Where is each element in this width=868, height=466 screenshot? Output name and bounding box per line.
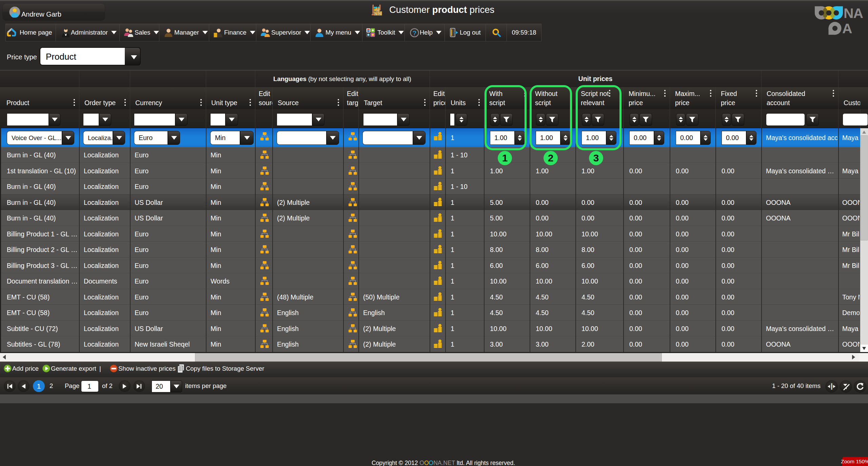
svg-text:NA: NA [844, 6, 863, 21]
svg-text:A: A [842, 21, 852, 36]
svg-text:?: ? [413, 30, 417, 37]
